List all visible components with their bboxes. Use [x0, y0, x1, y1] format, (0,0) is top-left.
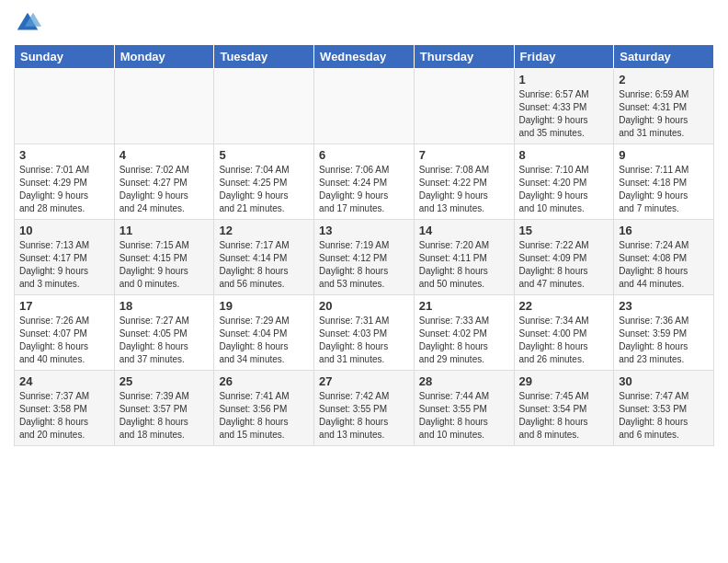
calendar-cell: 25Sunrise: 7:39 AM Sunset: 3:57 PM Dayli… [114, 371, 214, 446]
day-info: Sunrise: 7:19 AM Sunset: 4:12 PM Dayligh… [319, 239, 409, 291]
day-number: 16 [619, 224, 709, 237]
calendar-cell: 11Sunrise: 7:15 AM Sunset: 4:15 PM Dayli… [114, 220, 214, 295]
calendar-cell: 26Sunrise: 7:41 AM Sunset: 3:56 PM Dayli… [214, 371, 314, 446]
calendar-week-row: 17Sunrise: 7:26 AM Sunset: 4:07 PM Dayli… [15, 295, 714, 371]
day-info: Sunrise: 7:31 AM Sunset: 4:03 PM Dayligh… [319, 315, 409, 366]
day-info: Sunrise: 7:20 AM Sunset: 4:11 PM Dayligh… [419, 239, 509, 291]
weekday-header: Wednesday [314, 45, 415, 69]
day-number: 14 [419, 224, 509, 237]
day-number: 17 [19, 299, 109, 313]
day-number: 29 [519, 374, 609, 388]
day-number: 1 [519, 73, 609, 86]
calendar-cell: 6Sunrise: 7:06 AM Sunset: 4:24 PM Daylig… [314, 144, 415, 220]
day-info: Sunrise: 7:02 AM Sunset: 4:27 PM Dayligh… [119, 164, 210, 215]
weekday-header: Thursday [414, 45, 514, 69]
day-number: 4 [119, 148, 210, 162]
day-info: Sunrise: 7:37 AM Sunset: 3:58 PM Dayligh… [19, 390, 109, 442]
day-number: 11 [119, 224, 210, 237]
calendar-cell: 4Sunrise: 7:02 AM Sunset: 4:27 PM Daylig… [114, 144, 214, 220]
day-number: 6 [319, 148, 409, 162]
calendar-cell [214, 69, 314, 144]
day-info: Sunrise: 7:34 AM Sunset: 4:00 PM Dayligh… [519, 315, 609, 366]
day-info: Sunrise: 7:04 AM Sunset: 4:25 PM Dayligh… [219, 164, 309, 215]
logo-icon [14, 9, 41, 37]
weekday-header: Tuesday [214, 45, 314, 69]
day-number: 9 [619, 148, 709, 162]
calendar-cell: 5Sunrise: 7:04 AM Sunset: 4:25 PM Daylig… [214, 144, 314, 220]
calendar-cell: 1Sunrise: 6:57 AM Sunset: 4:33 PM Daylig… [514, 69, 614, 144]
day-info: Sunrise: 7:17 AM Sunset: 4:14 PM Dayligh… [219, 239, 309, 291]
day-number: 18 [119, 299, 210, 313]
page-container: SundayMondayTuesdayWednesdayThursdayFrid… [0, 0, 728, 451]
calendar-cell: 13Sunrise: 7:19 AM Sunset: 4:12 PM Dayli… [314, 220, 415, 295]
day-number: 22 [519, 299, 609, 313]
day-info: Sunrise: 7:13 AM Sunset: 4:17 PM Dayligh… [19, 239, 109, 291]
calendar-cell: 14Sunrise: 7:20 AM Sunset: 4:11 PM Dayli… [414, 220, 514, 295]
day-info: Sunrise: 6:59 AM Sunset: 4:31 PM Dayligh… [619, 88, 709, 140]
calendar-cell: 30Sunrise: 7:47 AM Sunset: 3:53 PM Dayli… [614, 371, 714, 446]
day-number: 28 [419, 374, 509, 388]
calendar-cell: 8Sunrise: 7:10 AM Sunset: 4:20 PM Daylig… [514, 144, 614, 220]
day-info: Sunrise: 7:08 AM Sunset: 4:22 PM Dayligh… [419, 164, 509, 215]
day-number: 20 [319, 299, 409, 313]
calendar-cell: 17Sunrise: 7:26 AM Sunset: 4:07 PM Dayli… [15, 295, 115, 371]
day-number: 10 [19, 224, 109, 237]
day-info: Sunrise: 7:47 AM Sunset: 3:53 PM Dayligh… [619, 390, 709, 442]
calendar-cell [15, 69, 115, 144]
calendar-table: SundayMondayTuesdayWednesdayThursdayFrid… [14, 44, 714, 446]
calendar-week-row: 24Sunrise: 7:37 AM Sunset: 3:58 PM Dayli… [15, 371, 714, 446]
day-number: 8 [519, 148, 609, 162]
day-number: 27 [319, 374, 409, 388]
calendar-cell [314, 69, 415, 144]
calendar-cell: 18Sunrise: 7:27 AM Sunset: 4:05 PM Dayli… [114, 295, 214, 371]
calendar-week-row: 1Sunrise: 6:57 AM Sunset: 4:33 PM Daylig… [15, 69, 714, 144]
day-info: Sunrise: 7:41 AM Sunset: 3:56 PM Dayligh… [219, 390, 309, 442]
day-info: Sunrise: 7:45 AM Sunset: 3:54 PM Dayligh… [519, 390, 609, 442]
weekday-header: Saturday [614, 45, 714, 69]
calendar-cell: 16Sunrise: 7:24 AM Sunset: 4:08 PM Dayli… [614, 220, 714, 295]
calendar-cell: 19Sunrise: 7:29 AM Sunset: 4:04 PM Dayli… [214, 295, 314, 371]
day-info: Sunrise: 7:06 AM Sunset: 4:24 PM Dayligh… [319, 164, 409, 215]
calendar-cell: 2Sunrise: 6:59 AM Sunset: 4:31 PM Daylig… [614, 69, 714, 144]
day-info: Sunrise: 7:24 AM Sunset: 4:08 PM Dayligh… [619, 239, 709, 291]
day-info: Sunrise: 7:11 AM Sunset: 4:18 PM Dayligh… [619, 164, 709, 215]
calendar-cell: 9Sunrise: 7:11 AM Sunset: 4:18 PM Daylig… [614, 144, 714, 220]
day-number: 19 [219, 299, 309, 313]
day-number: 23 [619, 299, 709, 313]
calendar-cell: 27Sunrise: 7:42 AM Sunset: 3:55 PM Dayli… [314, 371, 415, 446]
weekday-header: Sunday [15, 45, 115, 69]
calendar-cell: 22Sunrise: 7:34 AM Sunset: 4:00 PM Dayli… [514, 295, 614, 371]
day-info: Sunrise: 7:22 AM Sunset: 4:09 PM Dayligh… [519, 239, 609, 291]
header-row: SundayMondayTuesdayWednesdayThursdayFrid… [15, 45, 714, 69]
day-number: 30 [619, 374, 709, 388]
day-number: 7 [419, 148, 509, 162]
calendar-cell: 3Sunrise: 7:01 AM Sunset: 4:29 PM Daylig… [15, 144, 115, 220]
calendar-week-row: 3Sunrise: 7:01 AM Sunset: 4:29 PM Daylig… [15, 144, 714, 220]
day-number: 5 [219, 148, 309, 162]
calendar-cell: 29Sunrise: 7:45 AM Sunset: 3:54 PM Dayli… [514, 371, 614, 446]
calendar-cell: 7Sunrise: 7:08 AM Sunset: 4:22 PM Daylig… [414, 144, 514, 220]
day-info: Sunrise: 7:39 AM Sunset: 3:57 PM Dayligh… [119, 390, 210, 442]
day-info: Sunrise: 7:10 AM Sunset: 4:20 PM Dayligh… [519, 164, 609, 215]
calendar-cell: 20Sunrise: 7:31 AM Sunset: 4:03 PM Dayli… [314, 295, 415, 371]
day-info: Sunrise: 6:57 AM Sunset: 4:33 PM Dayligh… [519, 88, 609, 140]
day-info: Sunrise: 7:42 AM Sunset: 3:55 PM Dayligh… [319, 390, 409, 442]
calendar-cell: 12Sunrise: 7:17 AM Sunset: 4:14 PM Dayli… [214, 220, 314, 295]
day-number: 3 [19, 148, 109, 162]
logo [14, 9, 45, 37]
calendar-cell [414, 69, 514, 144]
day-info: Sunrise: 7:27 AM Sunset: 4:05 PM Dayligh… [119, 315, 210, 366]
day-number: 21 [419, 299, 509, 313]
calendar-cell: 10Sunrise: 7:13 AM Sunset: 4:17 PM Dayli… [15, 220, 115, 295]
calendar-cell: 23Sunrise: 7:36 AM Sunset: 3:59 PM Dayli… [614, 295, 714, 371]
day-info: Sunrise: 7:36 AM Sunset: 3:59 PM Dayligh… [619, 315, 709, 366]
day-number: 12 [219, 224, 309, 237]
day-number: 24 [19, 374, 109, 388]
calendar-cell [114, 69, 214, 144]
calendar-cell: 15Sunrise: 7:22 AM Sunset: 4:09 PM Dayli… [514, 220, 614, 295]
day-info: Sunrise: 7:01 AM Sunset: 4:29 PM Dayligh… [19, 164, 109, 215]
weekday-header: Monday [114, 45, 214, 69]
calendar-week-row: 10Sunrise: 7:13 AM Sunset: 4:17 PM Dayli… [15, 220, 714, 295]
day-info: Sunrise: 7:33 AM Sunset: 4:02 PM Dayligh… [419, 315, 509, 366]
day-info: Sunrise: 7:26 AM Sunset: 4:07 PM Dayligh… [19, 315, 109, 366]
